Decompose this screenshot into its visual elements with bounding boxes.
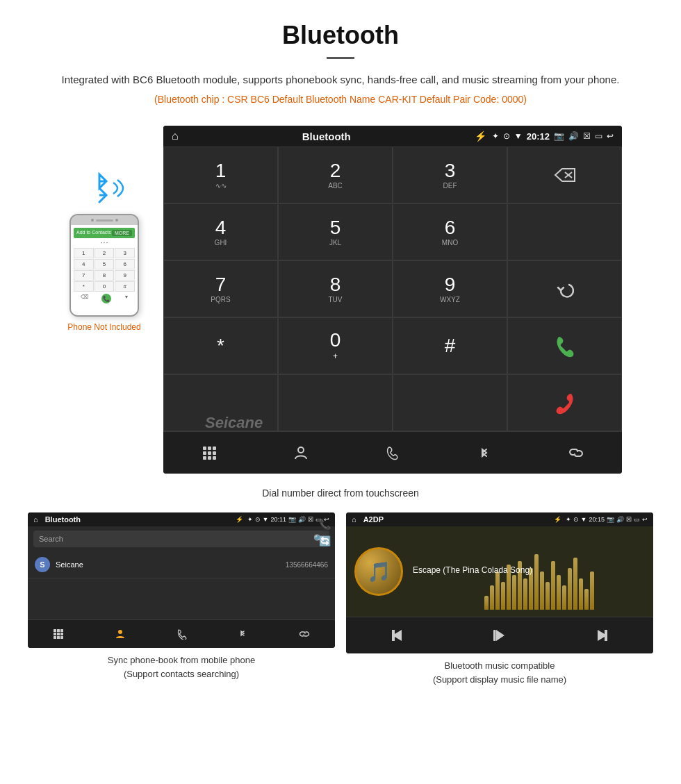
- phone-call-button[interactable]: 📞: [101, 294, 111, 303]
- phone-key-7[interactable]: 7: [74, 270, 94, 281]
- dial-key-8[interactable]: 8 TUV: [278, 260, 393, 317]
- pb-home-icon[interactable]: ⌂: [33, 515, 38, 524]
- phone-key-4[interactable]: 4: [74, 259, 94, 269]
- phone-top-bar: [71, 215, 138, 225]
- music-screen: ⌂ A2DP ⚡ ✦ ⊙ ▼ 20:15 📷 🔊 ☒ ▭ ↩: [346, 512, 653, 653]
- dial-key-4[interactable]: 4 GHI: [163, 203, 278, 260]
- svg-rect-6: [213, 447, 216, 450]
- dial-key-hangup[interactable]: [507, 374, 622, 431]
- music-block: ⌂ A2DP ⚡ ✦ ⊙ ▼ 20:15 📷 🔊 ☒ ▭ ↩: [346, 512, 653, 686]
- music-song-title: Escape (The Pina Colada Song): [413, 565, 532, 575]
- music-play-pause-button[interactable]: [487, 623, 512, 648]
- svg-rect-7: [203, 451, 206, 455]
- music-next-button[interactable]: [589, 623, 614, 648]
- svg-rect-11: [208, 456, 211, 460]
- title-divider: [327, 57, 354, 59]
- dial-key-star[interactable]: *: [163, 317, 278, 374]
- pb-side-phone-icon[interactable]: 📞: [319, 519, 331, 530]
- dial-key-empty-r5-1: [163, 374, 278, 431]
- phone-screen-dialpad-title: · · ·: [74, 240, 135, 245]
- music-prev-button[interactable]: [385, 623, 410, 648]
- svg-rect-14: [54, 629, 56, 632]
- bottom-screens: ⌂ Bluetooth ⚡ ✦ ⊙ ▼ 20:11 📷 🔊 ☒ ▭ ↩ Sear…: [0, 512, 681, 700]
- bottom-icon-contacts[interactable]: [287, 439, 315, 467]
- music-time: 20:15: [589, 516, 605, 523]
- phone-key-star[interactable]: *: [74, 281, 94, 292]
- phone-key-9[interactable]: 9: [115, 270, 135, 281]
- dial-key-7[interactable]: 7 PQRS: [163, 260, 278, 317]
- phone-speaker-bar: [96, 219, 113, 222]
- pb-search-bar[interactable]: Search 🔍: [33, 531, 329, 547]
- pb-side-refresh-icon[interactable]: 🔄: [319, 535, 331, 547]
- dial-key-empty-r5-2: [278, 374, 393, 431]
- svg-rect-19: [60, 633, 63, 635]
- dial-caption: Dial number direct from touchscreen: [0, 481, 681, 512]
- home-icon[interactable]: ⌂: [172, 130, 179, 142]
- music-title: A2DP: [363, 515, 550, 524]
- svg-rect-5: [208, 447, 211, 450]
- dial-key-6[interactable]: 6 MNO: [393, 203, 507, 260]
- dial-key-1[interactable]: 1 ∿∿: [163, 147, 278, 203]
- music-home-icon[interactable]: ⌂: [352, 515, 356, 524]
- pb-icon-grid[interactable]: [49, 624, 68, 644]
- car-screen-title: Bluetooth: [184, 131, 469, 142]
- pb-icon-bluetooth[interactable]: [233, 624, 252, 644]
- contact-name: Seicane: [56, 560, 280, 569]
- svg-marker-27: [598, 630, 607, 641]
- bottom-icon-grid[interactable]: [195, 439, 223, 467]
- pb-contact-row[interactable]: S Seicane 13566664466: [28, 551, 335, 578]
- pb-title: Bluetooth: [45, 515, 231, 524]
- bottom-icon-phone[interactable]: [379, 439, 407, 467]
- usb-icon: ⚡: [475, 131, 486, 142]
- phone-dialpad-grid: 1 2 3 4 5 6 7 8 9 * 0 #: [74, 248, 135, 292]
- phone-key-5[interactable]: 5: [95, 259, 115, 269]
- phone-key-2[interactable]: 2: [95, 248, 115, 258]
- page-specs: (Bluetooth chip : CSR BC6 Default Blueto…: [56, 94, 625, 105]
- dial-key-5[interactable]: 5 JKL: [278, 203, 393, 260]
- music-status-bar: ⌂ A2DP ⚡ ✦ ⊙ ▼ 20:15 📷 🔊 ☒ ▭ ↩: [346, 512, 653, 526]
- phone-key-0[interactable]: 0: [95, 281, 115, 292]
- svg-rect-18: [57, 633, 60, 635]
- dial-key-2[interactable]: 2 ABC: [278, 147, 393, 203]
- svg-rect-21: [57, 636, 60, 639]
- bottom-icon-bluetooth[interactable]: [470, 439, 498, 467]
- svg-rect-9: [213, 451, 216, 455]
- car-screen-wrapper: ⌂ Bluetooth ⚡ ✦ ⊙ ▼ 20:12 📷 🔊 ☒ ▭ ↩: [163, 126, 622, 474]
- page-title: Bluetooth: [56, 21, 625, 50]
- dial-key-call[interactable]: [507, 317, 622, 374]
- phone-key-hash[interactable]: #: [115, 281, 135, 292]
- dial-key-9[interactable]: 9 WXYZ: [393, 260, 507, 317]
- phone-key-6[interactable]: 6: [115, 259, 135, 269]
- pb-side-search-icon[interactable]: 🔍: [319, 512, 331, 513]
- dial-key-backspace[interactable]: [507, 147, 622, 203]
- svg-rect-10: [203, 456, 206, 460]
- main-section: Add to Contacts MORE · · · 1 2 3 4 5 6 7…: [0, 126, 681, 481]
- svg-rect-8: [208, 451, 211, 455]
- bottom-icon-link[interactable]: [562, 439, 590, 467]
- svg-marker-25: [496, 630, 504, 641]
- phone-device: Add to Contacts MORE · · · 1 2 3 4 5 6 7…: [69, 214, 139, 317]
- dial-key-hash[interactable]: #: [393, 317, 507, 374]
- dial-key-refresh[interactable]: [507, 260, 622, 317]
- music-note-icon: 🎵: [367, 560, 391, 583]
- phone-screen-header: Add to Contacts MORE: [74, 228, 135, 238]
- svg-marker-24: [392, 630, 402, 641]
- page-header: Bluetooth Integrated with BC6 Bluetooth …: [0, 0, 681, 126]
- music-content: 🎵 Escape (The Pina Colada Song): [346, 526, 653, 617]
- dial-key-empty-r5-3: [393, 374, 507, 431]
- svg-rect-12: [213, 456, 216, 460]
- pb-search-placeholder: Search: [39, 535, 63, 543]
- dial-key-0[interactable]: 0 +: [278, 317, 393, 374]
- phone-key-1[interactable]: 1: [74, 248, 94, 258]
- pb-icon-link[interactable]: [295, 624, 314, 644]
- svg-rect-15: [57, 629, 60, 632]
- phone-key-3[interactable]: 3: [115, 248, 135, 258]
- dial-key-empty-r2: [507, 203, 622, 260]
- pb-icon-contacts-active[interactable]: [110, 624, 130, 644]
- pb-icon-phone[interactable]: [172, 624, 191, 644]
- dial-key-3[interactable]: 3 DEF: [393, 147, 507, 203]
- phone-key-8[interactable]: 8: [95, 270, 115, 281]
- car-dialpad-area: 1 ∿∿ 2 ABC 3 DEF: [163, 147, 622, 431]
- phonebook-caption: Sync phone-book from mobile phone (Suppo…: [108, 653, 255, 681]
- svg-rect-16: [60, 629, 63, 632]
